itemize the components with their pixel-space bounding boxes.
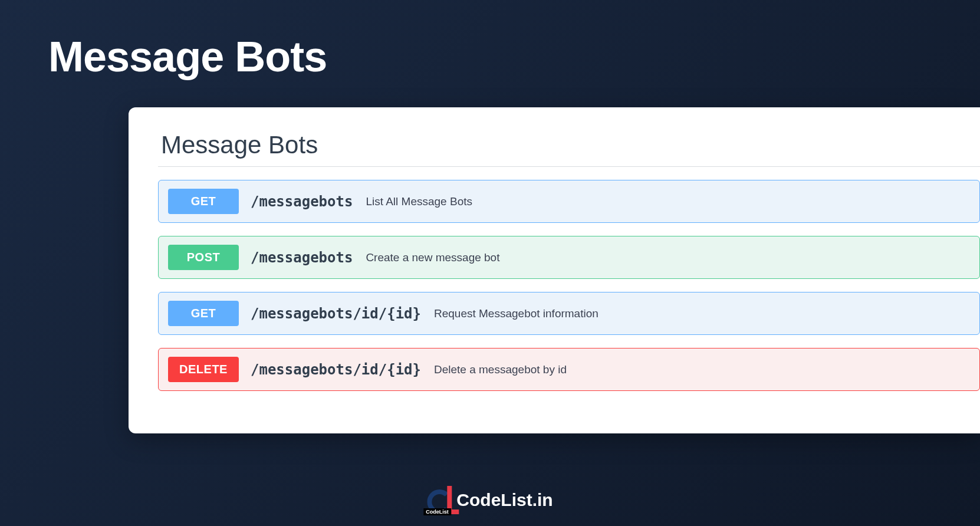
method-badge: DELETE bbox=[168, 357, 239, 382]
endpoint-row-post-create[interactable]: POST /messagebots Create a new message b… bbox=[158, 236, 980, 279]
endpoint-row-get-list[interactable]: GET /messagebots List All Message Bots bbox=[158, 180, 980, 223]
page-title: Message Bots bbox=[0, 0, 980, 81]
method-badge: POST bbox=[168, 245, 239, 270]
api-panel: Message Bots GET /messagebots List All M… bbox=[129, 107, 980, 433]
endpoint-description: Create a new message bot bbox=[366, 251, 499, 264]
footer-brand-text: CodeList.in bbox=[456, 490, 553, 510]
endpoint-path: /messagebots/id/{id} bbox=[251, 305, 421, 322]
section-title: Message Bots bbox=[158, 131, 980, 167]
logo-label: CodeList bbox=[423, 508, 451, 515]
codelist-logo-icon: CodeList bbox=[427, 486, 452, 514]
endpoint-row-delete-by-id[interactable]: DELETE /messagebots/id/{id} Delete a mes… bbox=[158, 348, 980, 391]
footer-logo: CodeList CodeList.in bbox=[427, 486, 553, 514]
endpoint-path: /messagebots bbox=[251, 193, 353, 210]
endpoint-description: List All Message Bots bbox=[366, 195, 472, 208]
endpoint-path: /messagebots bbox=[251, 249, 353, 266]
endpoint-path: /messagebots/id/{id} bbox=[251, 361, 421, 378]
endpoint-row-get-by-id[interactable]: GET /messagebots/id/{id} Request Message… bbox=[158, 292, 980, 335]
method-badge: GET bbox=[168, 301, 239, 326]
endpoint-description: Delete a messagebot by id bbox=[434, 363, 567, 376]
method-badge: GET bbox=[168, 189, 239, 214]
endpoint-description: Request Messagebot information bbox=[434, 307, 598, 320]
